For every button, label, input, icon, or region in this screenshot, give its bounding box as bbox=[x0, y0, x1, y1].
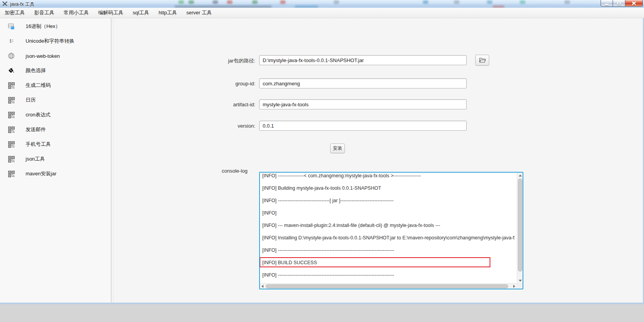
sidebar-item-label: 日历 bbox=[26, 97, 36, 104]
install-button[interactable]: 安装 bbox=[330, 144, 345, 153]
scrollbar-corner bbox=[517, 283, 523, 289]
qrcode-icon bbox=[7, 126, 15, 133]
close-icon bbox=[632, 1, 636, 5]
version-label: version: bbox=[164, 123, 255, 129]
sidebar-item-calendar[interactable]: 日历 bbox=[0, 93, 111, 107]
vertical-scrollbar[interactable] bbox=[517, 173, 523, 283]
folder-icon bbox=[479, 57, 486, 63]
console-log-line-build-success: [INFO] BUILD SUCCESS bbox=[262, 256, 515, 269]
minimize-button[interactable] bbox=[601, 0, 613, 7]
sidebar-item-send-email[interactable]: 发送邮件 bbox=[0, 122, 111, 137]
hex-database-icon bbox=[7, 23, 15, 30]
console-log-line: [INFO] --------------------------------[… bbox=[262, 194, 515, 207]
sidebar-item-qrcode-generate[interactable]: 生成二维码 bbox=[0, 78, 111, 93]
glass-reflection-artifact bbox=[520, 0, 525, 4]
qrcode-icon bbox=[7, 170, 15, 178]
qrcode-icon bbox=[7, 155, 15, 163]
sidebar-item-label: maven安装jar bbox=[26, 170, 56, 177]
sidebar-item-maven-install-jar[interactable]: maven安装jar bbox=[0, 166, 111, 181]
menu-item-common-tools[interactable]: 常用小工具 bbox=[59, 8, 93, 18]
desktop-background bbox=[0, 304, 644, 322]
window-title: java-fx 工具 bbox=[10, 1, 35, 8]
jar-path-input[interactable] bbox=[259, 55, 467, 65]
sidebar-item-label: 颜色选择 bbox=[26, 67, 46, 74]
glass-reflection-artifact bbox=[280, 0, 286, 4]
sidebar-item-label: json工具 bbox=[26, 156, 45, 163]
sidebar-item-color-picker[interactable]: 颜色选择 bbox=[0, 63, 111, 78]
glass-reflection-artifact bbox=[252, 0, 258, 4]
horizontal-scrollbar-thumb[interactable] bbox=[266, 284, 508, 288]
console-log-lines: [INFO] ----------------< com.zhangmeng:m… bbox=[262, 172, 515, 281]
qrcode-icon bbox=[7, 81, 15, 89]
maximize-icon bbox=[617, 2, 621, 5]
console-log-line: [INFO] ----------------< com.zhangmeng:m… bbox=[262, 172, 515, 182]
glass-reflection-artifact bbox=[564, 0, 570, 4]
console-log-line: [INFO] --- maven-install-plugin:2.4:inst… bbox=[262, 219, 515, 232]
glass-reflection-artifact bbox=[213, 0, 218, 4]
menu-item-server-tools[interactable]: server 工具 bbox=[182, 8, 216, 18]
console-log-label: console-log bbox=[164, 168, 248, 174]
sidebar-item-json-tools[interactable]: json工具 bbox=[0, 152, 111, 166]
version-input[interactable] bbox=[259, 121, 467, 131]
unicode-glyph-icon bbox=[7, 37, 15, 45]
qrcode-icon bbox=[7, 111, 15, 119]
horizontal-scrollbar[interactable] bbox=[260, 283, 517, 289]
sidebar-item-label: json-web-token bbox=[26, 53, 60, 59]
console-log-line: [INFO] ---------------------------------… bbox=[262, 244, 515, 256]
scroll-down-arrow-icon[interactable] bbox=[519, 280, 522, 282]
artifact-id-label: artifact-id: bbox=[164, 102, 255, 107]
jar-path-label: jar包的路径: bbox=[164, 57, 255, 64]
sidebar-item-label: 发送邮件 bbox=[26, 126, 46, 133]
menu-item-encrypt-tools[interactable]: 加密工具 bbox=[0, 8, 29, 18]
glass-reflection-artifact bbox=[454, 0, 459, 4]
app-window: java-fx 工具 加密工具 影音工具 常用小工具 编解码工具 sql工具 h… bbox=[0, 0, 644, 304]
maximize-button[interactable] bbox=[613, 0, 625, 7]
sidebar-item-label: cron表达式 bbox=[26, 111, 50, 118]
console-log-line: [INFO] ---------------------------------… bbox=[262, 269, 515, 281]
console-log-line: [INFO] bbox=[262, 207, 515, 219]
sidebar-item-unicode-convert[interactable]: Unicode和字符串转换 bbox=[0, 34, 111, 48]
globe-icon bbox=[7, 52, 15, 60]
sidebar-item-json-web-token[interactable]: json-web-token bbox=[0, 48, 111, 63]
minimize-icon bbox=[605, 4, 609, 5]
sidebar-item-cron-expression[interactable]: cron表达式 bbox=[0, 107, 111, 122]
sidebar-item-phone-tools[interactable]: 手机号工具 bbox=[0, 137, 111, 152]
menu-item-media-tools[interactable]: 影音工具 bbox=[29, 8, 59, 18]
browse-button[interactable] bbox=[475, 55, 489, 66]
sidebar-item-hex[interactable]: 16进制（Hex） bbox=[0, 19, 111, 34]
window-controls bbox=[601, 0, 643, 7]
scroll-up-arrow-icon[interactable] bbox=[519, 175, 522, 177]
glass-reflection-artifact bbox=[227, 0, 232, 4]
app-logo-icon bbox=[2, 1, 8, 7]
sidebar-item-label: 16进制（Hex） bbox=[26, 23, 61, 30]
menubar: 加密工具 影音工具 常用小工具 编解码工具 sql工具 http工具 serve… bbox=[0, 8, 644, 18]
menu-item-sql-tools[interactable]: sql工具 bbox=[128, 8, 154, 18]
glass-reflection-artifact bbox=[334, 0, 339, 4]
console-log-line: [INFO] Installing D:\mystyle-java-fx-too… bbox=[262, 232, 515, 244]
console-log-line: [INFO] Building mystyle-java-fx-tools 0.… bbox=[262, 182, 515, 194]
vertical-scrollbar-thumb[interactable] bbox=[518, 178, 522, 272]
glass-reflection-artifact bbox=[423, 0, 428, 4]
sidebar-item-label: 生成二维码 bbox=[26, 82, 51, 89]
sidebar: 16进制（Hex） Unicode和字符串转换 bbox=[0, 18, 111, 303]
glass-reflection-artifact bbox=[487, 0, 492, 4]
group-id-label: group-id: bbox=[164, 81, 255, 87]
scroll-right-arrow-icon[interactable] bbox=[513, 285, 515, 288]
artifact-id-input[interactable] bbox=[259, 99, 467, 109]
paint-bucket-icon bbox=[7, 67, 15, 74]
qrcode-icon bbox=[7, 140, 15, 148]
glass-reflection-artifact bbox=[178, 0, 184, 4]
glass-reflection-artifact bbox=[189, 0, 194, 4]
menu-item-http-tools[interactable]: http工具 bbox=[154, 8, 182, 18]
sidebar-item-label: Unicode和字符串转换 bbox=[26, 38, 74, 45]
group-id-input[interactable] bbox=[259, 78, 467, 88]
close-button[interactable] bbox=[625, 0, 643, 7]
titlebar: java-fx 工具 bbox=[0, 0, 644, 8]
console-log-area[interactable]: [INFO] ----------------< com.zhangmeng:m… bbox=[259, 172, 523, 289]
menu-item-codec-tools[interactable]: 编解码工具 bbox=[93, 8, 128, 18]
qrcode-icon bbox=[7, 96, 15, 104]
scroll-left-arrow-icon[interactable] bbox=[261, 285, 263, 288]
sidebar-item-label: 手机号工具 bbox=[26, 141, 51, 148]
